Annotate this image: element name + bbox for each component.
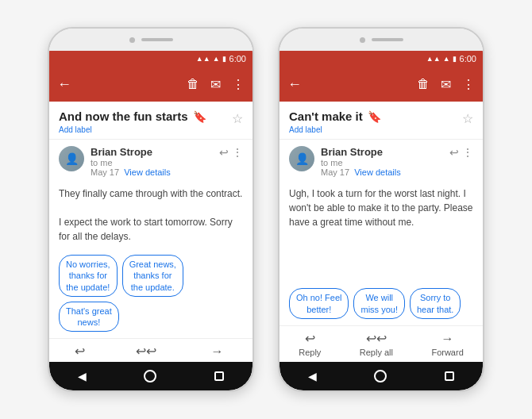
nav-back-button[interactable]: ◀: [78, 370, 87, 382]
battery-icon: ▮: [222, 55, 226, 63]
email-body: They finally came through with the contr…: [49, 183, 253, 250]
phone-1-top-hardware: [49, 29, 253, 51]
reply-icon-2: ↩: [305, 331, 315, 346]
phone-1-app-bar: ← 🗑 ✉ ⋮: [49, 67, 253, 102]
sender-date-2: May 17 View details: [321, 167, 443, 177]
subject-row-2: Can't make it 🔖: [289, 110, 381, 124]
body-text-2: Ugh, I took a turn for the worst last ni…: [289, 186, 473, 229]
status-icons: ▲▲ ▲ ▮: [196, 55, 226, 63]
email-body-2: Ugh, I took a turn for the worst last ni…: [279, 183, 483, 283]
trash-icon-2[interactable]: 🗑: [417, 77, 430, 91]
more-action-icon-2[interactable]: ⋮: [462, 146, 473, 159]
sender-actions-2: ↩ ⋮: [449, 146, 473, 159]
smart-reply-2-3[interactable]: Sorry tohear that.: [410, 288, 461, 319]
avatar-image-2: 👤: [289, 146, 314, 171]
mail-icon[interactable]: ✉: [210, 77, 221, 92]
speaker-bar: [141, 38, 173, 41]
sender-date: May 17 View details: [91, 167, 213, 177]
phone-2-email-content: Can't make it 🔖 Add label ☆ 👤 Brian Stro…: [279, 102, 483, 362]
camera-dot: [129, 37, 135, 43]
view-details-link[interactable]: View details: [124, 167, 171, 177]
email-header: And now the fun starts 🔖 Add label ☆: [49, 102, 253, 140]
reply-button[interactable]: ↩ Reply: [68, 344, 91, 362]
phone-1: ▲▲ ▲ ▮ 6:00 ← 🗑 ✉ ⋮ And now the fun star…: [48, 27, 254, 392]
email-header-2: Can't make it 🔖 Add label ☆: [279, 102, 483, 140]
more-icon[interactable]: ⋮: [232, 77, 245, 92]
trash-icon[interactable]: 🗑: [187, 77, 199, 91]
reply-icon: ↩: [75, 344, 85, 359]
sender-to: to me: [91, 158, 213, 167]
reply-action-icon-2[interactable]: ↩: [449, 146, 459, 159]
phone-2-top-hardware: [279, 29, 483, 51]
view-details-link-2[interactable]: View details: [354, 167, 401, 177]
wifi-icon-2: ▲: [443, 55, 450, 63]
nav-home-button-2[interactable]: [374, 370, 387, 382]
reply-all-button[interactable]: ↩↩ Reply all: [129, 344, 163, 362]
speaker-bar-2: [372, 38, 403, 41]
nav-back-button-2[interactable]: ◀: [308, 370, 317, 382]
sender-name-2: Brian Strope: [321, 146, 443, 158]
forward-icon-2: →: [441, 332, 454, 346]
star-icon[interactable]: ☆: [232, 111, 243, 126]
smart-reply-2[interactable]: Great news,thanks forthe update.: [122, 255, 183, 297]
sender-row: 👤 Brian Strope to me May 17 View details…: [49, 140, 253, 183]
battery-icon-2: ▮: [453, 55, 457, 63]
status-time: 6:00: [229, 54, 246, 63]
sender-info-2: Brian Strope to me May 17 View details: [321, 146, 443, 177]
status-icons-2: ▲▲ ▲ ▮: [426, 55, 457, 63]
phone-2: ▲▲ ▲ ▮ 6:00 ← 🗑 ✉ ⋮ Can't make it 🔖 Add …: [278, 27, 484, 392]
phone-2-nav-bar: ◀: [279, 362, 483, 390]
body-line2: I expect the work to start tomorrow. Sor…: [59, 215, 243, 244]
reply-action-icon[interactable]: ↩: [219, 146, 229, 159]
back-button[interactable]: ←: [57, 76, 71, 93]
subject-row: And now the fun starts 🔖: [59, 110, 206, 124]
phones-container: ▲▲ ▲ ▮ 6:00 ← 🗑 ✉ ⋮ And now the fun star…: [32, 11, 500, 408]
more-action-icon[interactable]: ⋮: [232, 146, 243, 159]
avatar-2: 👤: [289, 146, 314, 171]
phone-1-nav-bar: ◀: [49, 362, 253, 390]
email-actions-2: ↩ Reply ↩↩ Reply all → Forward: [279, 325, 483, 362]
smart-reply-3[interactable]: That's greatnews!: [59, 302, 119, 333]
back-button-2[interactable]: ←: [287, 76, 302, 93]
reply-button-2[interactable]: ↩ Reply: [299, 331, 321, 357]
forward-button-2[interactable]: → Forward: [431, 332, 463, 357]
mail-icon-2[interactable]: ✉: [441, 77, 451, 92]
signal-icon: ▲▲: [196, 55, 210, 63]
forward-button[interactable]: → Forward: [201, 344, 233, 362]
wifi-icon: ▲: [213, 55, 220, 63]
reply-all-button-2[interactable]: ↩↩ Reply all: [360, 331, 393, 357]
nav-recents-button-2[interactable]: [445, 371, 454, 381]
star-icon-2[interactable]: ☆: [462, 111, 473, 126]
phone-1-email-content: And now the fun starts 🔖 Add label ☆ 👤 B…: [49, 102, 253, 362]
nav-recents-button[interactable]: [214, 371, 224, 381]
phone-2-app-bar: ← 🗑 ✉ ⋮: [279, 67, 483, 102]
phone-2-status-bar: ▲▲ ▲ ▮ 6:00: [279, 51, 483, 67]
label-emoji: 🔖: [193, 110, 206, 123]
forward-label-2: Forward: [431, 348, 463, 357]
sender-row-2: 👤 Brian Strope to me May 17 View details…: [279, 140, 483, 183]
smart-reply-1[interactable]: No worries,thanks forthe update!: [59, 255, 118, 297]
avatar-image: 👤: [59, 146, 84, 171]
more-icon-2[interactable]: ⋮: [462, 77, 475, 92]
add-label-link-2[interactable]: Add label: [289, 125, 381, 134]
phone-1-status-bar: ▲▲ ▲ ▮ 6:00: [49, 51, 253, 67]
reply-all-icon: ↩↩: [136, 344, 156, 359]
email-actions: ↩ Reply ↩↩ Reply all → Forward: [49, 338, 253, 362]
camera-dot-2: [360, 37, 365, 43]
reply-all-icon-2: ↩↩: [366, 331, 387, 346]
add-label-link[interactable]: Add label: [59, 125, 206, 134]
smart-reply-2-1[interactable]: Oh no! Feelbetter!: [289, 288, 349, 319]
reply-label-2: Reply: [299, 348, 321, 357]
email-subject: And now the fun starts: [59, 110, 188, 124]
sender-info: Brian Strope to me May 17 View details: [91, 146, 213, 177]
smart-replies: No worries,thanks forthe update! Great n…: [49, 250, 253, 338]
reply-all-label-2: Reply all: [360, 348, 393, 357]
nav-home-button[interactable]: [144, 370, 156, 382]
smart-reply-2-2[interactable]: We willmiss you!: [353, 288, 404, 319]
email-subject-2: Can't make it: [289, 110, 363, 124]
signal-icon-2: ▲▲: [426, 55, 441, 63]
forward-icon: →: [211, 344, 224, 359]
sender-name: Brian Strope: [91, 146, 213, 158]
sender-to-2: to me: [321, 158, 443, 167]
status-time-2: 6:00: [460, 54, 476, 63]
